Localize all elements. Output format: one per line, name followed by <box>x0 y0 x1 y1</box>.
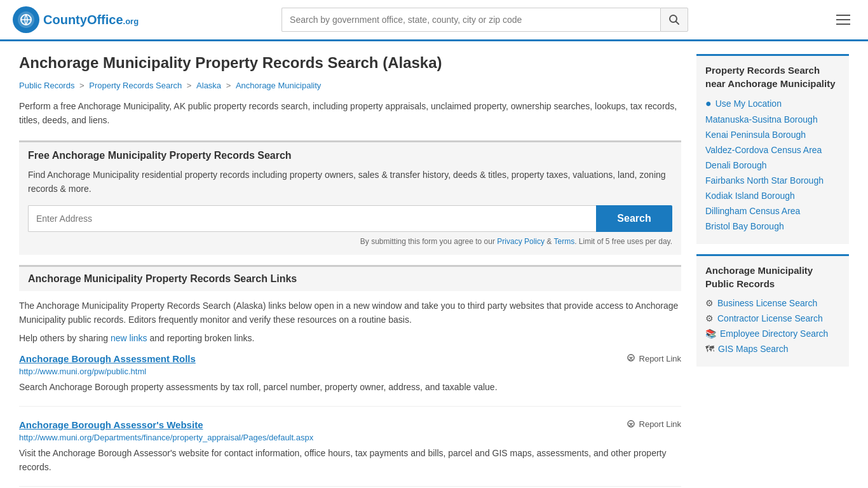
map-icon: 🗺 <box>705 344 714 354</box>
book-icon: 📚 <box>705 329 716 339</box>
sidebar-use-my-location: ● Use My Location <box>705 98 840 109</box>
terms-link[interactable]: Terms <box>553 237 574 246</box>
location-pin-icon: ● <box>705 98 712 109</box>
gear-icon-1: ⚙ <box>705 313 714 323</box>
sidebar-nearby-section: Property Records Search near Anchorage M… <box>696 54 849 244</box>
nearby-link-3[interactable]: Denali Borough <box>705 160 840 170</box>
gis-maps-search-link[interactable]: GIS Maps Search <box>718 344 789 354</box>
sidebar-nearby-list: ● Use My Location Matanuska-Susitna Boro… <box>705 98 840 231</box>
search-button[interactable]: Search <box>596 205 672 232</box>
use-my-location-link[interactable]: ● Use My Location <box>705 98 840 109</box>
breadcrumb-property-records[interactable]: Property Records Search <box>89 81 182 90</box>
report-link-2[interactable]: Report Link <box>626 419 681 430</box>
logo-text: CountyOffice.org <box>43 13 139 27</box>
links-section: Anchorage Municipality Property Records … <box>19 265 681 487</box>
free-search-section: Free Anchorage Municipality Property Rec… <box>19 140 681 255</box>
address-search-form: Search <box>28 205 672 232</box>
privacy-policy-link[interactable]: Privacy Policy <box>497 237 545 246</box>
header-search-button[interactable] <box>660 8 688 32</box>
links-section-heading: Anchorage Municipality Property Records … <box>19 265 681 291</box>
breadcrumb-sep-2: > <box>187 81 194 90</box>
share-text: Help others by sharing new links and rep… <box>19 333 681 343</box>
breadcrumb-alaska[interactable]: Alaska <box>196 81 221 90</box>
logo: CountyOffice.org <box>13 6 139 33</box>
sidebar-record-item-2: 📚 Employee Directory Search <box>705 329 840 339</box>
sidebar-public-records-section: Anchorage Municipality Public Records ⚙ … <box>696 254 849 367</box>
sidebar-nearby-item-0: Matanuska-Susitna Borough <box>705 114 840 125</box>
header-search-area <box>281 8 688 32</box>
sidebar-record-item-0: ⚙ Business License Search <box>705 298 840 308</box>
page-title: Anchorage Municipality Property Records … <box>19 54 681 72</box>
free-search-desc: Find Anchorage Municipality residential … <box>28 168 672 196</box>
record-item-header: Anchorage Borough Assessment Rolls Repor… <box>19 353 681 364</box>
record-item-2: Anchorage Borough Assessor's Website Rep… <box>19 419 681 487</box>
breadcrumb-public-records[interactable]: Public Records <box>19 81 74 90</box>
nearby-link-4[interactable]: Fairbanks North Star Borough <box>705 175 840 186</box>
nearby-link-1[interactable]: Kenai Peninsula Borough <box>705 130 840 140</box>
report-link-1[interactable]: Report Link <box>626 353 681 363</box>
record-desc-2: Visit the Anchorage Borough Assessor's w… <box>19 446 681 475</box>
sidebar-nearby-item-5: Kodiak Island Borough <box>705 191 840 201</box>
report-icon-1 <box>626 353 636 363</box>
breadcrumb-sep-3: > <box>226 81 233 90</box>
header: CountyOffice.org <box>0 0 868 41</box>
form-note: By submitting this form you agree to our… <box>28 237 672 246</box>
sidebar-nearby-item-6: Dillingham Census Area <box>705 206 840 216</box>
record-url-1: http://www.muni.org/pw/public.html <box>19 367 681 376</box>
page-container: Anchorage Municipality Property Records … <box>0 41 868 488</box>
record-item-header-2: Anchorage Borough Assessor's Website Rep… <box>19 419 681 430</box>
search-icon <box>668 14 680 25</box>
breadcrumb-anchorage[interactable]: Anchorage Municipality <box>236 81 321 90</box>
hamburger-line-1 <box>836 15 850 16</box>
record-item: Anchorage Borough Assessment Rolls Repor… <box>19 353 681 406</box>
business-license-search-link[interactable]: Business License Search <box>717 298 817 308</box>
sidebar-nearby-item-3: Denali Borough <box>705 160 840 170</box>
sidebar-public-records-list: ⚙ Business License Search ⚙ Contractor L… <box>705 298 840 354</box>
record-url-2: http://www.muni.org/Departments/finance/… <box>19 433 681 442</box>
record-desc-1: Search Anchorage Borough property assess… <box>19 380 681 394</box>
sidebar-public-records-heading: Anchorage Municipality Public Records <box>705 264 840 290</box>
links-section-desc: The Anchorage Municipality Property Reco… <box>19 299 681 327</box>
breadcrumb: Public Records > Property Records Search… <box>19 81 681 90</box>
employee-directory-search-link[interactable]: Employee Directory Search <box>720 329 828 339</box>
new-links-link[interactable]: new links <box>111 333 147 343</box>
sidebar-nearby-heading: Property Records Search near Anchorage M… <box>705 64 840 90</box>
sidebar-record-item-3: 🗺 GIS Maps Search <box>705 344 840 354</box>
contractor-license-search-link[interactable]: Contractor License Search <box>717 313 823 323</box>
record-title-1[interactable]: Anchorage Borough Assessment Rolls <box>19 353 196 364</box>
nearby-link-2[interactable]: Valdez-Cordova Census Area <box>705 145 840 155</box>
nearby-link-0[interactable]: Matanuska-Susitna Borough <box>705 114 840 125</box>
nearby-link-7[interactable]: Bristol Bay Borough <box>705 221 840 231</box>
svg-line-4 <box>676 22 679 25</box>
report-icon-2 <box>626 419 636 430</box>
breadcrumb-sep-1: > <box>79 81 86 90</box>
sidebar-nearby-item-4: Fairbanks North Star Borough <box>705 175 840 186</box>
logo-icon <box>13 6 39 33</box>
sidebar-nearby-item-2: Valdez-Cordova Census Area <box>705 145 840 155</box>
gear-icon-0: ⚙ <box>705 298 714 308</box>
hamburger-menu-button[interactable] <box>831 8 855 32</box>
sidebar: Property Records Search near Anchorage M… <box>696 54 849 488</box>
sidebar-nearby-item-7: Bristol Bay Borough <box>705 221 840 231</box>
nearby-link-5[interactable]: Kodiak Island Borough <box>705 191 840 201</box>
header-search-input[interactable] <box>281 8 660 32</box>
intro-text: Perform a free Anchorage Municipality, A… <box>19 99 681 128</box>
hamburger-line-3 <box>836 24 850 25</box>
main-content: Anchorage Municipality Property Records … <box>19 54 681 488</box>
nearby-link-6[interactable]: Dillingham Census Area <box>705 206 840 216</box>
sidebar-nearby-item-1: Kenai Peninsula Borough <box>705 130 840 140</box>
free-search-heading: Free Anchorage Municipality Property Rec… <box>28 150 672 161</box>
sidebar-record-item-1: ⚙ Contractor License Search <box>705 313 840 323</box>
hamburger-line-2 <box>836 19 850 20</box>
record-title-2[interactable]: Anchorage Borough Assessor's Website <box>19 419 203 430</box>
address-input[interactable] <box>28 205 596 232</box>
